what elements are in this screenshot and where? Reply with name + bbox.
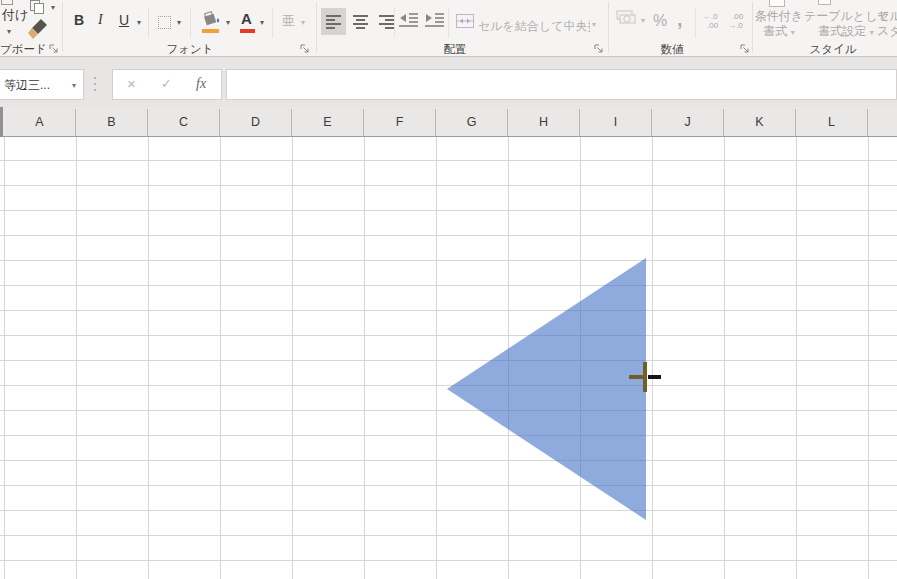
column-header-G[interactable]: G: [436, 109, 508, 136]
underline-button[interactable]: U: [119, 12, 129, 28]
group-separator: [62, 2, 63, 52]
column-header-L[interactable]: L: [796, 109, 868, 136]
chevron-down-icon[interactable]: ▾: [260, 19, 264, 27]
chevron-down-icon[interactable]: ▾: [177, 19, 181, 27]
align-right-icon: [379, 14, 395, 30]
percent-style-button[interactable]: %: [653, 12, 667, 30]
paste-icon[interactable]: [1, 0, 13, 5]
insert-function-icon[interactable]: fx: [196, 76, 206, 92]
column-header-B[interactable]: B: [76, 109, 148, 136]
decrease-decimal-bottom: →.0: [728, 21, 743, 30]
name-box[interactable]: 等辺三... ▾: [0, 69, 84, 100]
conditional-formatting-line2: 書式: [763, 24, 787, 38]
decrease-decimal-button[interactable]: .00 →.0: [728, 12, 743, 30]
dialog-launcher-icon[interactable]: [300, 44, 310, 54]
align-left-icon: [326, 14, 342, 30]
format-painter-icon[interactable]: [28, 18, 48, 40]
chevron-down-icon[interactable]: ▾: [301, 19, 305, 27]
chevron-down-icon[interactable]: ▾: [137, 19, 141, 27]
chevron-down-icon: ▾: [870, 28, 874, 37]
cancel-icon[interactable]: ×: [127, 75, 136, 92]
align-center-button[interactable]: [348, 8, 373, 35]
formula-buttons: × ✓ fx: [112, 69, 222, 100]
ribbon: 付け ▾ ▾ プボード B I U ▾ ▾: [0, 0, 897, 57]
formula-input[interactable]: [226, 69, 897, 100]
chevron-down-icon[interactable]: ▾: [72, 82, 76, 90]
enter-icon[interactable]: ✓: [161, 76, 172, 91]
fill-color-icon[interactable]: [200, 11, 222, 27]
excel-window: 付け ▾ ▾ プボード B I U ▾ ▾: [0, 0, 897, 579]
font-group-label: フォント: [150, 42, 230, 57]
format-as-table-line2: 書式設定: [818, 24, 866, 38]
font-color-bar[interactable]: [240, 29, 255, 33]
increase-decimal-bottom: .00: [703, 21, 718, 30]
increase-decimal-button[interactable]: ←.0 .00: [703, 12, 718, 30]
chevron-down-icon[interactable]: ▾: [7, 28, 11, 36]
font-color-button[interactable]: A: [241, 10, 252, 27]
column-header-E[interactable]: E: [292, 109, 364, 136]
comma-style-button[interactable]: ,: [677, 8, 683, 31]
dialog-launcher-icon[interactable]: [740, 44, 750, 54]
column-header-A[interactable]: A: [4, 109, 76, 136]
chevron-down-icon[interactable]: ▾: [592, 21, 596, 29]
number-format-icon[interactable]: [616, 10, 638, 28]
column-header-D[interactable]: D: [220, 109, 292, 136]
column-header-C[interactable]: C: [148, 109, 220, 136]
conditional-formatting-icon: [769, 0, 785, 7]
decrease-indent-icon[interactable]: [399, 13, 419, 29]
clipboard-group-label: プボード: [0, 42, 46, 57]
paste-button[interactable]: 付け: [2, 6, 28, 24]
formula-bar-resize-handle[interactable]: [94, 75, 96, 93]
chevron-down-icon[interactable]: ▾: [51, 4, 55, 12]
fill-color-bar[interactable]: [202, 29, 219, 33]
phonetic-guide-button[interactable]: 亜: [282, 12, 295, 30]
italic-button[interactable]: I: [98, 12, 103, 28]
chevron-down-icon[interactable]: ▾: [226, 19, 230, 27]
chevron-down-icon: ▾: [791, 28, 795, 37]
format-as-table-icon: [818, 0, 831, 5]
alignment-group-label: 配置: [420, 42, 490, 57]
name-box-value: 等辺三...: [4, 77, 66, 94]
group-separator: [608, 2, 609, 52]
column-header-J[interactable]: J: [652, 109, 724, 136]
cell-styles-line2: スタ: [877, 24, 897, 39]
merge-center-button[interactable]: セルを結合して中央揃え: [478, 18, 590, 35]
column-headers: ABCDEFGHIJKL: [0, 107, 897, 137]
dialog-launcher-icon[interactable]: [594, 44, 604, 54]
bold-button[interactable]: B: [74, 12, 84, 28]
conditional-formatting-button[interactable]: 条件付き 書式 ▾: [750, 9, 808, 39]
align-center-icon: [353, 14, 369, 30]
align-right-button[interactable]: [374, 8, 399, 35]
dialog-launcher-icon[interactable]: [49, 44, 59, 54]
borders-icon[interactable]: [158, 16, 171, 29]
column-header-H[interactable]: H: [508, 109, 580, 136]
format-as-table-line1: テーブルとして: [804, 9, 888, 24]
format-as-table-button[interactable]: テーブルとして 書式設定 ▾: [804, 9, 888, 39]
sheet-grid[interactable]: [0, 137, 897, 579]
column-header-F[interactable]: F: [364, 109, 436, 136]
align-left-button[interactable]: [321, 8, 346, 35]
chevron-down-icon[interactable]: ▾: [641, 17, 645, 25]
increase-indent-icon[interactable]: [425, 13, 445, 29]
number-group-label: 数値: [637, 42, 707, 57]
decrease-decimal-top: .00: [728, 12, 743, 21]
column-header-K[interactable]: K: [724, 109, 796, 136]
cell-styles-line1: セル: [877, 9, 897, 24]
styles-group-label: スタイル: [793, 42, 873, 57]
copy-icon[interactable]: [34, 3, 44, 14]
formula-bar: 等辺三... ▾ × ✓ fx: [0, 57, 897, 107]
cell-styles-button[interactable]: セル スタ: [877, 9, 897, 39]
merge-center-icon[interactable]: [456, 14, 474, 29]
conditional-formatting-line1: 条件付き: [750, 9, 808, 24]
group-separator: [316, 2, 317, 52]
increase-decimal-top: ←.0: [703, 12, 718, 21]
column-header-I[interactable]: I: [580, 109, 652, 136]
